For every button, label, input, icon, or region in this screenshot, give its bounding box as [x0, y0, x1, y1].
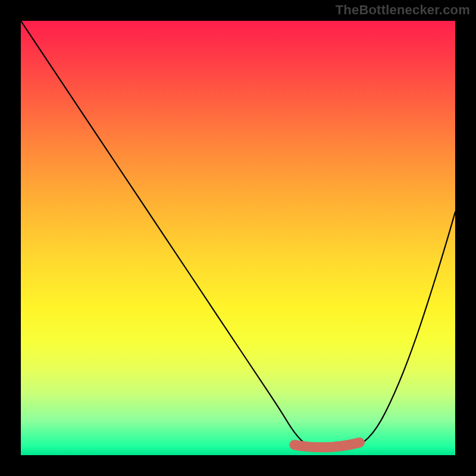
trough-marker	[295, 443, 360, 447]
watermark-text: TheBottlenecker.com	[336, 2, 470, 18]
chart-svg	[21, 21, 455, 455]
bottleneck-curve	[21, 21, 455, 451]
plot-area	[21, 21, 455, 455]
chart-frame: TheBottlenecker.com	[0, 0, 476, 476]
